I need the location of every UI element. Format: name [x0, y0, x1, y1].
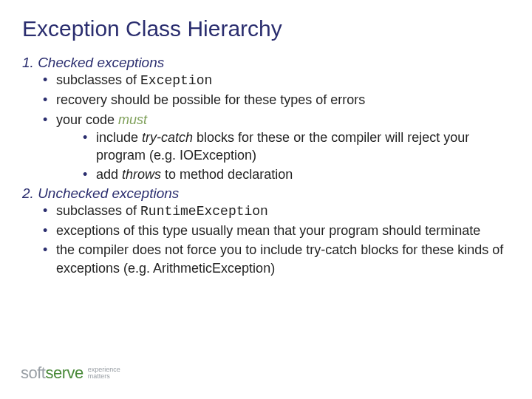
tagline-line2: matters	[88, 373, 120, 380]
list-item: exceptions of this type usually mean tha…	[43, 222, 510, 239]
list-item: subclasses of RuntimeException	[43, 202, 510, 220]
bullet-list: subclasses of Exception recovery should …	[22, 71, 510, 184]
italic-text: throws	[122, 167, 161, 182]
italic-text: try-catch	[142, 130, 193, 145]
text: subclasses of	[56, 72, 140, 87]
list-item: subclasses of Exception	[43, 71, 510, 89]
slide: Exception Class Hierarchy Checked except…	[0, 0, 532, 277]
bullet-list: subclasses of RuntimeException exception…	[22, 202, 510, 277]
page-title: Exception Class Hierarchy	[22, 16, 510, 41]
section-heading: Unchecked exceptions	[38, 185, 179, 201]
logo-wordmark: softserve	[21, 364, 83, 383]
text: add	[96, 167, 122, 182]
logo-soft: soft	[21, 364, 45, 382]
list-item: your code must include try-catch blocks …	[43, 111, 510, 184]
logo-tagline: experience matters	[88, 366, 120, 381]
accent-text: must	[118, 112, 147, 127]
code-text: Exception	[140, 73, 212, 88]
logo-serve: serve	[45, 364, 83, 382]
logo: softserve experience matters	[21, 364, 120, 383]
list-item: add throws to method declaration	[83, 166, 510, 183]
text: exceptions of this type usually mean tha…	[56, 223, 480, 238]
section-unchecked: Unchecked exceptions subclasses of Runti…	[22, 185, 510, 277]
text: include	[96, 130, 142, 145]
list-item: recovery should be possible for these ty…	[43, 91, 510, 109]
text: to method declaration	[161, 167, 293, 182]
sub-list: include try-catch blocks for these or th…	[56, 129, 510, 184]
text: your code	[56, 112, 118, 127]
text: subclasses of	[56, 203, 140, 218]
section-checked: Checked exceptions subclasses of Excepti…	[22, 55, 510, 184]
text: recovery should be possible for these ty…	[56, 92, 365, 107]
text: the compiler does not force you to inclu…	[56, 242, 503, 275]
section-heading: Checked exceptions	[38, 55, 164, 70]
list-item: include try-catch blocks for these or th…	[83, 129, 510, 165]
list-item: the compiler does not force you to inclu…	[43, 241, 510, 277]
code-text: RuntimeException	[140, 204, 268, 219]
ordered-list: Checked exceptions subclasses of Excepti…	[22, 55, 510, 277]
